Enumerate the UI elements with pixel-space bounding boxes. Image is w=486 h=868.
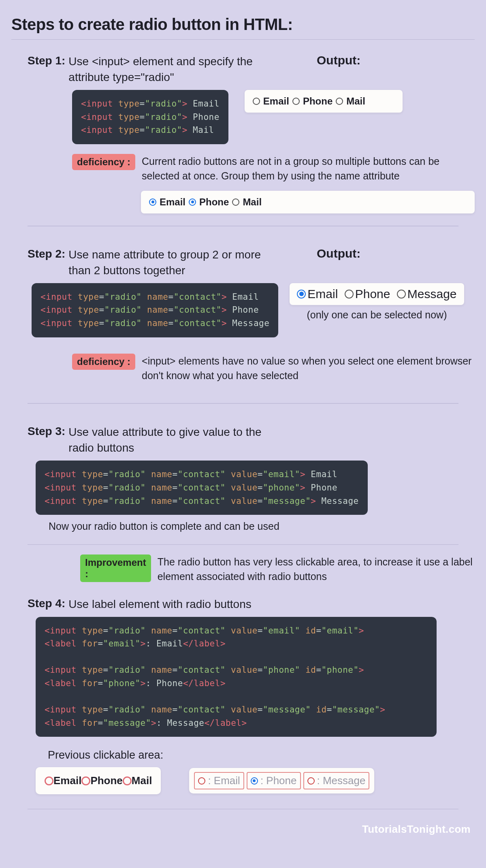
radio-label: Email — [263, 96, 289, 107]
page-title: Steps to create radio button in HTML: — [11, 15, 475, 34]
step1-text: Use <input> element and specify the attr… — [68, 53, 267, 85]
label-area[interactable]: : Phone — [247, 772, 301, 789]
step2-output: Email Phone Message — [290, 283, 464, 305]
radio-icon[interactable] — [345, 290, 354, 299]
step2-deficiency: <input> elements have no value so when y… — [142, 354, 474, 383]
divider — [28, 403, 458, 404]
step1-code: <input type="radio"> Email<input type="r… — [72, 90, 228, 144]
radio-icon[interactable] — [232, 198, 239, 206]
step3-text: Use value attribute to give value to the… — [68, 424, 279, 456]
deficiency-badge: deficiency : — [72, 354, 135, 370]
radio-label: : Message — [317, 774, 366, 787]
step2-text: Use name attribute to group 2 or more th… — [68, 247, 267, 278]
radio-label: Email — [160, 196, 185, 208]
step1-deficiency: Current radio buttons are not in a group… — [142, 154, 474, 183]
radio-label: Phone — [303, 96, 333, 107]
radio-label: : Email — [208, 774, 240, 787]
step3-label: Step 3: — [28, 425, 65, 438]
step2-label: Step 2: — [28, 247, 65, 260]
step4-label: Step 4: — [28, 597, 65, 610]
step3-improvement: The radio button has very less clickable… — [158, 554, 475, 584]
output-label: Output: — [317, 247, 475, 260]
step2-code: <input type="radio" name="contact"> Emai… — [32, 283, 278, 337]
radio-icon[interactable] — [336, 98, 343, 105]
radio-icon[interactable] — [307, 777, 315, 785]
radio-icon[interactable] — [253, 98, 260, 105]
radio-icon[interactable] — [198, 777, 205, 785]
footer-credit: TutorialsTonight.com — [11, 823, 475, 836]
radio-icon[interactable] — [297, 290, 306, 299]
radio-label: Phone — [355, 287, 390, 301]
step2-output-note: (only one can be selected now) — [290, 309, 464, 321]
divider — [28, 544, 458, 545]
radio-label: : Phone — [260, 774, 297, 787]
divider — [11, 39, 475, 40]
step1-label: Step 1: — [28, 54, 65, 67]
divider — [28, 226, 458, 226]
radio-label: Phone — [90, 774, 122, 787]
divider — [28, 809, 458, 809]
radio-icon[interactable] — [81, 776, 90, 785]
radio-icon[interactable] — [292, 98, 300, 105]
step3-code: <input type="radio" name="contact" value… — [36, 461, 368, 515]
step4-text: Use label element with radio buttons — [68, 596, 251, 612]
radio-icon[interactable] — [397, 290, 406, 299]
radio-icon[interactable] — [123, 776, 132, 785]
improvement-badge: Improvement : — [80, 554, 151, 582]
radio-label: Email — [307, 287, 338, 301]
radio-label: Phone — [199, 196, 229, 208]
radio-label: Mail — [346, 96, 365, 107]
new-clickable-demo: : Email : Phone : Message — [189, 768, 374, 793]
label-area[interactable]: : Message — [303, 772, 370, 789]
radio-label: Email — [53, 774, 81, 787]
previous-clickable-demo: Email Phone Mail — [36, 767, 161, 794]
step3-note: Now your radio button is complete and ca… — [49, 520, 475, 532]
step1-output: Email Phone Mail — [245, 90, 403, 113]
step1-deficiency-demo: Email Phone Mail — [141, 191, 475, 213]
deficiency-badge: deficiency : — [72, 154, 135, 170]
label-area[interactable]: : Email — [194, 772, 244, 789]
radio-icon[interactable] — [45, 776, 53, 785]
radio-label: Message — [407, 287, 457, 301]
radio-label: Mail — [132, 774, 152, 787]
radio-icon[interactable] — [149, 198, 156, 206]
step4-code: <input type="radio" name="contact" value… — [36, 617, 437, 737]
output-label: Output: — [317, 53, 475, 67]
previous-area-label: Previous clickable area: — [48, 749, 475, 761]
radio-icon[interactable] — [189, 198, 196, 206]
radio-icon[interactable] — [251, 777, 258, 785]
radio-label: Mail — [243, 196, 262, 208]
